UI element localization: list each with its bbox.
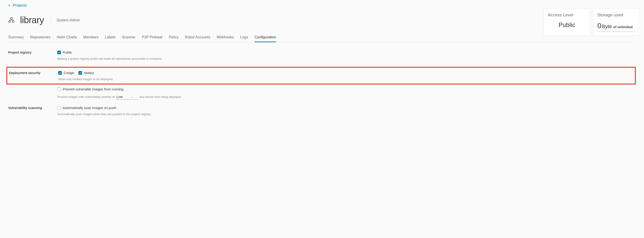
- deployment-security-label: Deployment security: [9, 71, 58, 75]
- access-level-value: Public: [548, 21, 586, 29]
- tab-p2p-preheat[interactable]: P2P Preheat: [142, 35, 162, 42]
- public-checkbox-label: Public: [63, 50, 72, 54]
- breadcrumb-projects: Projects: [13, 3, 26, 8]
- notary-checkbox-label: Notary: [84, 71, 94, 75]
- public-checkbox[interactable]: [57, 51, 61, 54]
- access-level-card: Access Level Public: [544, 9, 590, 36]
- tab-scanner[interactable]: Scanner: [122, 35, 136, 42]
- severity-value: Low: [116, 95, 123, 99]
- project-registry-row: Project registry Public Making a project…: [8, 50, 636, 60]
- tab-members[interactable]: Members: [83, 35, 98, 42]
- breadcrumb[interactable]: < Projects: [8, 0, 636, 8]
- storage-title: Storage used: [598, 12, 636, 17]
- deployment-security-highlight: Deployment security Cosign: [6, 67, 636, 84]
- vulnerability-scanning-help: Automatically scan images when they are …: [57, 112, 636, 116]
- prevent-vulnerable-label: Prevent vulnerable images from running.: [63, 87, 124, 91]
- tab-labels[interactable]: Labels: [105, 35, 116, 42]
- storage-value: 0: [598, 21, 602, 30]
- severity-suffix: and above from being deployed.: [140, 95, 182, 99]
- tab-summary[interactable]: Summary: [8, 35, 24, 42]
- tab-webhooks[interactable]: Webhooks: [217, 35, 234, 42]
- notary-checkbox[interactable]: [78, 71, 82, 75]
- project-icon: [8, 17, 14, 23]
- project-registry-help: Making a project registry public will ma…: [57, 57, 636, 60]
- cosign-checkbox-label: Cosign: [64, 71, 74, 75]
- vulnerability-scanning-label: Vulnerability scanning: [8, 106, 57, 110]
- project-role: System Admin: [56, 18, 80, 22]
- auto-scan-checkbox[interactable]: [57, 106, 61, 110]
- auto-scan-label: Automatically scan images on push: [63, 106, 116, 110]
- storage-suffix: of unlimited: [613, 25, 633, 29]
- storage-unit: Byte: [602, 24, 612, 29]
- svg-rect-1: [9, 21, 10, 22]
- tab-repositories[interactable]: Repositories: [30, 35, 50, 42]
- divider: [51, 16, 51, 24]
- severity-select[interactable]: Low ⌄: [116, 94, 138, 99]
- deployment-security-help: Allow only verified images to be deploye…: [58, 77, 633, 81]
- tabs: SummaryRepositoriesHelm ChartsMembersLab…: [8, 35, 636, 42]
- storage-card: Storage used 0 Byte of unlimited: [593, 9, 640, 36]
- tab-policy[interactable]: Policy: [169, 35, 178, 42]
- vulnerability-scanning-row: Vulnerability scanning Automatically sca…: [8, 106, 636, 116]
- chevron-left-icon: <: [8, 3, 10, 8]
- prevent-vulnerable-row: Prevent vulnerable images from running. …: [8, 87, 636, 99]
- project-header: library System Admin: [8, 15, 636, 25]
- tab-robot-accounts[interactable]: Robot Accounts: [185, 35, 210, 42]
- project-registry-label: Project registry: [8, 50, 57, 54]
- severity-prefix: Prevent images with vulnerability severi…: [57, 95, 114, 99]
- tab-logs[interactable]: Logs: [240, 35, 248, 42]
- svg-rect-2: [12, 21, 14, 22]
- project-name: library: [20, 15, 44, 25]
- cosign-checkbox[interactable]: [58, 71, 62, 75]
- tab-helm-charts[interactable]: Helm Charts: [56, 35, 77, 42]
- tab-configuration[interactable]: Configuration: [254, 35, 276, 42]
- prevent-vulnerable-checkbox[interactable]: [57, 87, 61, 91]
- storage-progress: [598, 31, 636, 32]
- access-level-title: Access Level: [548, 12, 586, 17]
- svg-rect-0: [10, 18, 12, 19]
- chevron-down-icon: ⌄: [131, 95, 133, 98]
